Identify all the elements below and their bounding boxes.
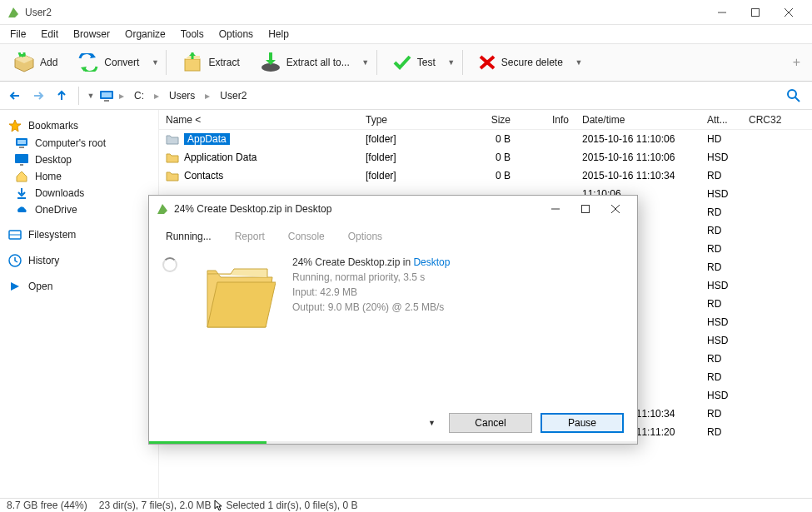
folder-icon <box>166 133 179 145</box>
dialog-input-text: Input: 42.9 MB <box>292 286 624 298</box>
table-row[interactable]: AppData[folder]0 B2015-10-16 11:10:06HD <box>159 130 812 148</box>
col-date[interactable]: Date/time <box>575 114 700 126</box>
file-name: Contacts <box>184 170 223 181</box>
secure-delete-dropdown[interactable]: ▼ <box>575 58 583 67</box>
svg-point-11 <box>788 90 796 98</box>
menu-browser[interactable]: Browser <box>67 27 117 42</box>
sidebar-item-label: Filesystem <box>28 229 76 241</box>
sidebar-open[interactable]: Open <box>3 278 155 295</box>
dialog-title: 24% Create Desktop.zip in Desktop <box>174 203 541 215</box>
col-info[interactable]: Info <box>517 114 575 126</box>
dialog-titlebar: 24% Create Desktop.zip in Desktop <box>149 196 637 222</box>
column-headers: Name < Type Size Info Date/time Att... C… <box>159 110 812 130</box>
cancel-button[interactable]: Cancel <box>449 413 532 433</box>
convert-dropdown[interactable]: ▼ <box>151 58 159 67</box>
tab-running[interactable]: Running... <box>162 229 215 244</box>
sidebar-home[interactable]: Home <box>3 168 155 185</box>
status-free: 8.7 GB free (44%) <box>7 500 87 511</box>
dialog-main-text: 24% Create Desktop.zip in Desktop <box>292 254 624 268</box>
file-attr: RD <box>700 298 742 310</box>
test-button[interactable]: Test <box>384 51 444 74</box>
extract-all-dropdown[interactable]: ▼ <box>361 58 370 67</box>
tab-report[interactable]: Report <box>232 229 268 244</box>
add-button[interactable]: Add <box>5 49 66 76</box>
tab-options[interactable]: Options <box>345 229 386 244</box>
window-title: User2 <box>25 7 705 18</box>
sidebar-bookmarks[interactable]: Bookmarks <box>3 117 155 135</box>
extract-all-button[interactable]: Extract all to... <box>252 49 358 76</box>
navbar: ▼ ▸ C: ▸ Users ▸ User2 <box>0 82 812 110</box>
test-dropdown[interactable]: ▼ <box>447 58 456 67</box>
svg-rect-1 <box>752 8 760 16</box>
file-name: AppData <box>184 133 230 145</box>
convert-icon <box>77 53 99 72</box>
maximize-button[interactable] <box>739 2 772 22</box>
file-name: Application Data <box>184 152 257 163</box>
col-attr[interactable]: Att... <box>700 114 742 126</box>
extract-button[interactable]: Extract <box>173 49 247 76</box>
dialog-minimize-button[interactable] <box>541 198 570 220</box>
sidebar-history[interactable]: History <box>3 251 155 270</box>
sidebar-filesystem[interactable]: Filesystem <box>3 226 155 243</box>
col-type[interactable]: Type <box>359 114 451 126</box>
pause-label: Pause <box>568 417 596 429</box>
table-row[interactable]: Application Data[folder]0 B2015-10-16 11… <box>159 148 812 167</box>
sidebar-item-label: Open <box>28 281 52 292</box>
dialog-destination-link[interactable]: Desktop <box>413 256 450 268</box>
col-crc[interactable]: CRC32 <box>742 114 800 126</box>
dialog-close-button[interactable] <box>600 198 630 220</box>
menu-edit[interactable]: Edit <box>34 27 65 42</box>
crumb-user2[interactable]: User2 <box>215 88 252 103</box>
test-label: Test <box>417 57 436 68</box>
col-name[interactable]: Name < <box>159 114 359 126</box>
pause-button[interactable]: Pause <box>541 413 624 433</box>
svg-rect-14 <box>17 140 26 144</box>
file-attr: RD <box>700 170 742 181</box>
sidebar-onedrive[interactable]: OneDrive <box>3 201 155 218</box>
search-button[interactable] <box>780 89 807 102</box>
nav-forward-button[interactable] <box>28 86 48 106</box>
drive-icon <box>8 229 22 241</box>
play-icon <box>8 281 22 292</box>
minimize-button[interactable] <box>705 2 739 22</box>
sidebar-downloads[interactable]: Downloads <box>3 185 155 201</box>
delete-x-icon <box>478 54 496 71</box>
nav-back-button[interactable] <box>5 86 25 106</box>
nav-separator <box>78 87 79 105</box>
dialog-menu-dropdown[interactable]: ▼ <box>428 419 436 427</box>
star-icon <box>8 119 22 132</box>
dialog-maximize-button[interactable] <box>570 198 600 220</box>
app-icon <box>7 6 20 19</box>
extract-icon <box>182 52 203 72</box>
statusbar: 8.7 GB free (44%) 23 dir(s), 7 file(s), … <box>0 498 812 512</box>
sidebar-item-label: Computer's root <box>35 137 106 149</box>
nav-up-button[interactable] <box>52 86 72 106</box>
crumb-users[interactable]: Users <box>164 88 200 103</box>
toolbar-add[interactable]: + <box>786 55 807 70</box>
sidebar-item-label: Home <box>35 171 62 182</box>
svg-rect-10 <box>104 100 109 102</box>
secure-delete-button[interactable]: Secure delete <box>470 51 571 74</box>
svg-rect-15 <box>19 147 24 148</box>
folder-large-icon <box>201 254 276 337</box>
sidebar-desktop[interactable]: Desktop <box>3 152 155 168</box>
menu-file[interactable]: File <box>3 27 32 42</box>
convert-button[interactable]: Convert <box>69 50 147 75</box>
close-button[interactable] <box>772 2 805 22</box>
table-row[interactable]: Contacts[folder]0 B2015-10-16 11:10:34RD <box>159 167 812 185</box>
menu-options[interactable]: Options <box>212 27 260 42</box>
menu-organize[interactable]: Organize <box>118 27 172 42</box>
extract-label: Extract <box>208 57 239 68</box>
toolbar: Add Convert ▼ Extract Extract all to... … <box>0 43 812 82</box>
col-size[interactable]: Size <box>451 114 517 126</box>
cloud-icon <box>15 205 28 215</box>
clock-icon <box>8 254 22 267</box>
history-dropdown[interactable]: ▼ <box>86 92 96 100</box>
menu-tools[interactable]: Tools <box>174 27 211 42</box>
sidebar-computers-root[interactable]: Computer's root <box>3 135 155 152</box>
tab-console[interactable]: Console <box>285 229 328 244</box>
file-size: 0 B <box>451 133 517 145</box>
extract-all-icon <box>260 52 281 72</box>
menu-help[interactable]: Help <box>262 27 296 42</box>
crumb-c[interactable]: C: <box>129 88 149 103</box>
